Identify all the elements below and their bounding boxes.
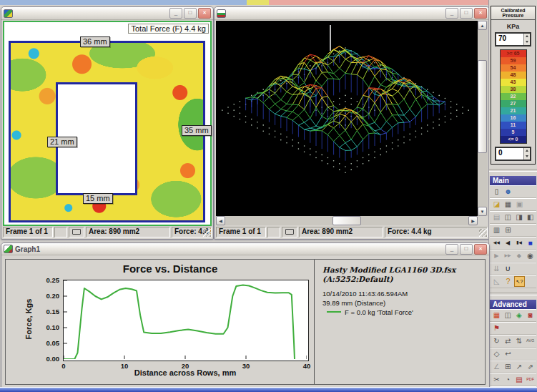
context-help-icon[interactable]: ↖? bbox=[514, 276, 525, 287]
maximize-button[interactable]: □ bbox=[460, 8, 473, 19]
minimize-button[interactable]: _ bbox=[445, 8, 458, 19]
scale-band: 16 bbox=[501, 114, 526, 122]
copy-icon[interactable]: ◨ bbox=[514, 212, 525, 222]
maximize-button[interactable]: □ bbox=[184, 8, 197, 19]
protractor-icon[interactable]: ◺ bbox=[491, 276, 502, 287]
minimize-button[interactable]: _ bbox=[169, 8, 182, 19]
film-strip-icon[interactable]: ▥ bbox=[491, 225, 502, 235]
color-grid-icon[interactable]: ▦ bbox=[491, 310, 502, 320]
copy-window-icon[interactable]: ◫ bbox=[503, 310, 513, 320]
resize-grip[interactable] bbox=[203, 229, 211, 237]
help-icon[interactable]: ? bbox=[503, 276, 513, 287]
dimension-label-right[interactable]: 35 mm bbox=[182, 125, 212, 136]
vertical-scroll-thumb[interactable] bbox=[478, 60, 487, 153]
mesh-3d-view[interactable] bbox=[216, 21, 478, 216]
scroll-up-button[interactable]: ▲ bbox=[478, 21, 487, 30]
close-button[interactable]: × bbox=[474, 8, 487, 19]
heatmap-window: _ □ × Total Force (F) 4.4 kg 36 mm 21 mm… bbox=[1, 6, 214, 240]
flag-tool-icon[interactable]: ⚑ bbox=[491, 323, 502, 333]
undo-icon[interactable]: ↩ bbox=[503, 348, 513, 359]
chart-icon[interactable]: ↗ bbox=[514, 361, 525, 372]
status-spacer bbox=[54, 227, 67, 237]
heatmap-statusbar: Frame 1 of 1 Area: 890 mm2 Force: 4.4 kg bbox=[3, 227, 212, 237]
chart-export-icon[interactable]: ⇗ bbox=[525, 361, 536, 372]
selection-icon-segment[interactable] bbox=[69, 227, 84, 237]
horizontal-scrollbar[interactable]: ◀ ▶ bbox=[216, 216, 478, 225]
scale-band: 59 bbox=[501, 57, 526, 64]
step-back-icon[interactable]: ◀ bbox=[503, 237, 513, 248]
heatmap-window-titlebar[interactable]: _ □ × bbox=[1, 7, 213, 20]
pressure-min-spinbox[interactable]: 0 bbox=[495, 147, 531, 161]
first-frame-icon[interactable]: ▮◀ bbox=[514, 237, 525, 248]
spin-down-button[interactable] bbox=[524, 154, 530, 160]
stamp-icon[interactable]: ◙ bbox=[525, 310, 536, 320]
graph-window-title: Graph1 bbox=[15, 245, 444, 253]
vertical-scrollbar[interactable]: ▲ ▼ bbox=[478, 21, 488, 216]
new-file-icon[interactable]: ▯ bbox=[491, 186, 502, 197]
y-tick-label: 0.15 bbox=[38, 308, 59, 315]
y-tick-label: 0.25 bbox=[38, 276, 59, 284]
spin-down-button[interactable] bbox=[524, 39, 530, 45]
movie-camera-icon[interactable]: ◉ bbox=[525, 250, 536, 261]
minimize-button[interactable]: _ bbox=[445, 244, 458, 255]
tile-windows-icon[interactable]: ⊞ bbox=[503, 225, 513, 235]
gauge-icon[interactable]: ◔ bbox=[503, 374, 513, 385]
top-strip-yellow bbox=[247, 0, 269, 5]
print-preview-icon[interactable]: ◫ bbox=[503, 212, 513, 222]
top-strip-blue bbox=[0, 0, 247, 5]
scroll-down-button[interactable]: ▼ bbox=[478, 207, 487, 216]
pressure-color-scale: >= 65595448433832272116115<= 0 bbox=[500, 49, 527, 144]
x-tick-label: 0 bbox=[56, 362, 71, 370]
dimension-label-top[interactable]: 36 mm bbox=[80, 36, 110, 47]
pressure-max-spinbox[interactable]: 70 bbox=[495, 32, 531, 46]
print-red-icon[interactable]: ▤ bbox=[514, 374, 525, 385]
stop-icon[interactable]: ■ bbox=[525, 237, 536, 248]
chart-plot-area[interactable] bbox=[63, 280, 309, 361]
open-folder-icon[interactable]: ◪ bbox=[491, 199, 502, 210]
mesh-window-titlebar[interactable]: _ □ × bbox=[215, 7, 489, 20]
swap-icon[interactable]: ⇄ bbox=[503, 335, 513, 346]
angle-icon[interactable]: ∠ bbox=[491, 361, 502, 372]
maximize-button[interactable]: □ bbox=[460, 244, 473, 255]
resize-grip[interactable] bbox=[479, 229, 487, 237]
record-icon[interactable]: ◆ bbox=[514, 250, 525, 261]
user-icon[interactable]: ☻ bbox=[503, 186, 513, 197]
calibrated-pressure-title: Calibrated Pressure bbox=[491, 6, 535, 20]
movie-grid-icon[interactable]: ▦ bbox=[503, 199, 513, 210]
pdf-icon[interactable]: PDF bbox=[525, 374, 536, 385]
print-icon[interactable]: ▤ bbox=[491, 212, 502, 222]
close-button[interactable]: × bbox=[198, 8, 211, 19]
toolbar-row: ✂◔▤PDF bbox=[490, 373, 536, 386]
rotate-diamond-icon[interactable]: ◇ bbox=[491, 348, 502, 359]
scale-band: 5 bbox=[501, 129, 526, 136]
spin-up-button[interactable] bbox=[524, 148, 530, 154]
scroll-left-button[interactable]: ◀ bbox=[216, 216, 225, 225]
paste-icon[interactable]: ◧ bbox=[525, 212, 536, 222]
dimension-label-left[interactable]: 21 mm bbox=[47, 137, 77, 147]
loop-icon[interactable]: ∪ bbox=[503, 263, 513, 274]
scroll-right-button[interactable]: ▶ bbox=[468, 216, 478, 225]
fast-forward-icon[interactable]: ▶▶ bbox=[503, 250, 513, 261]
legend-series-entry[interactable]: F = 0.0 kg 'Total Force' bbox=[322, 308, 483, 316]
play-icon[interactable]: ▶ bbox=[491, 250, 502, 261]
save-icon[interactable]: ▣ bbox=[514, 199, 525, 210]
selection-icon-segment[interactable] bbox=[282, 227, 297, 237]
x-tick-label: 10 bbox=[117, 362, 132, 370]
scale-band: >= 65 bbox=[501, 50, 526, 57]
expand-down-icon[interactable]: ⇊ bbox=[491, 263, 502, 274]
dimension-label-bottom[interactable]: 15 mm bbox=[83, 193, 113, 204]
sort-icon[interactable]: ⇅ bbox=[514, 335, 525, 346]
grid-icon[interactable]: ⊞ bbox=[503, 361, 513, 372]
cut-icon[interactable]: ✂ bbox=[491, 374, 502, 385]
close-button[interactable]: × bbox=[474, 244, 487, 255]
average-icon[interactable]: AVG bbox=[525, 335, 536, 346]
toolbar-row: ∠⊞↗⇗ bbox=[490, 361, 536, 373]
view-3d-icon[interactable]: ◈ bbox=[514, 310, 525, 320]
spin-up-button[interactable] bbox=[524, 34, 530, 39]
graph-window-titlebar[interactable]: Graph1 _ □ × bbox=[1, 243, 489, 255]
rewind-icon[interactable]: ◀◀ bbox=[491, 237, 502, 248]
refresh-icon[interactable]: ↻ bbox=[491, 335, 502, 346]
horizontal-scroll-thumb[interactable] bbox=[332, 216, 361, 225]
mesh-statusbar: Frame 1 of 1 Area: 890 mm2 Force: 4.4 kg bbox=[216, 227, 488, 237]
y-tick-label: 0.10 bbox=[38, 323, 59, 331]
